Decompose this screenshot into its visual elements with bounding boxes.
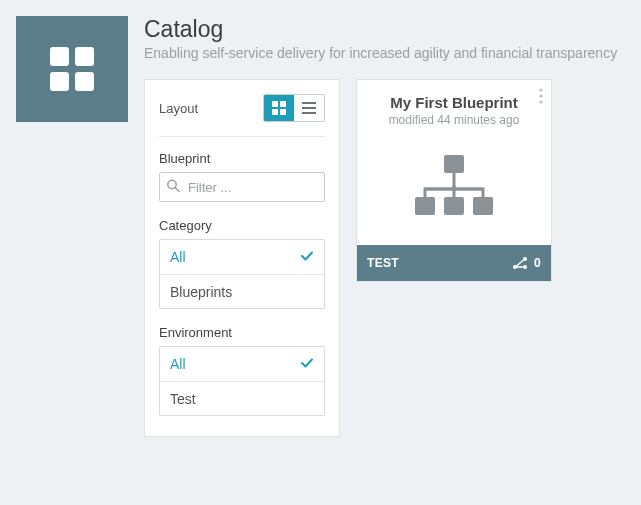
category-section-label: Category [159, 218, 325, 233]
svg-rect-18 [444, 197, 464, 215]
blueprint-filter-input[interactable] [159, 172, 325, 202]
check-icon [300, 249, 314, 266]
svg-rect-10 [302, 112, 316, 114]
svg-point-23 [523, 265, 527, 269]
svg-rect-0 [50, 47, 69, 66]
page-subtitle: Enabling self-service delivery for incre… [144, 45, 629, 61]
svg-point-13 [539, 88, 542, 91]
category-option-all[interactable]: All [160, 240, 324, 274]
share-icon [512, 256, 528, 270]
svg-rect-2 [50, 72, 69, 91]
card-title: My First Blueprint [369, 94, 539, 111]
category-option-list: All Blueprints [159, 239, 325, 309]
check-icon [300, 356, 314, 373]
grid-icon [272, 101, 286, 115]
filter-panel: Layout [144, 79, 340, 437]
card-footer-label: TEST [367, 256, 399, 270]
card-subtitle: modified 44 minutes ago [369, 113, 539, 127]
svg-point-15 [539, 100, 542, 103]
environment-section-label: Environment [159, 325, 325, 340]
svg-rect-8 [302, 102, 316, 104]
grid-icon [46, 43, 98, 95]
blueprint-section-label: Blueprint [159, 151, 325, 166]
svg-point-14 [539, 94, 542, 97]
svg-rect-5 [280, 101, 286, 107]
blueprint-card[interactable]: My First Blueprint modified 44 minutes a… [356, 79, 552, 282]
layout-list-button[interactable] [294, 95, 324, 121]
svg-rect-6 [272, 109, 278, 115]
svg-rect-7 [280, 109, 286, 115]
card-footer: TEST 0 [357, 245, 551, 281]
layout-grid-button[interactable] [264, 95, 294, 121]
svg-rect-1 [75, 47, 94, 66]
environment-option-test[interactable]: Test [160, 381, 324, 415]
category-option-blueprints[interactable]: Blueprints [160, 274, 324, 308]
option-label: Blueprints [170, 284, 232, 300]
card-footer-count: 0 [534, 256, 541, 270]
option-label: Test [170, 391, 196, 407]
svg-rect-16 [444, 155, 464, 173]
layout-toggle [263, 94, 325, 122]
layout-label: Layout [159, 101, 198, 116]
page-title: Catalog [144, 16, 629, 43]
environment-option-all[interactable]: All [160, 347, 324, 381]
kebab-icon [539, 88, 543, 104]
svg-rect-17 [415, 197, 435, 215]
environment-option-list: All Test [159, 346, 325, 416]
option-label: All [170, 356, 186, 372]
svg-rect-4 [272, 101, 278, 107]
option-label: All [170, 249, 186, 265]
svg-rect-9 [302, 107, 316, 109]
svg-rect-19 [473, 197, 493, 215]
hierarchy-icon [409, 151, 499, 221]
card-menu-button[interactable] [539, 88, 543, 108]
blueprint-graphic [369, 141, 539, 231]
svg-rect-3 [75, 72, 94, 91]
catalog-app-icon [16, 16, 128, 122]
list-icon [302, 102, 316, 114]
